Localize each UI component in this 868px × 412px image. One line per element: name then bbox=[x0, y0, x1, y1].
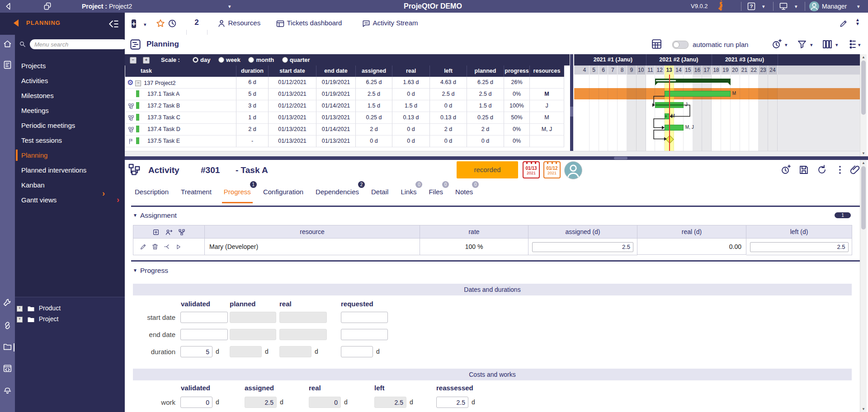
add-item-caret-icon[interactable]: ▾ bbox=[144, 22, 146, 27]
column-header[interactable]: real bbox=[392, 66, 430, 77]
scale-radio-option[interactable]: month bbox=[248, 56, 274, 63]
report-icon[interactable] bbox=[3, 60, 12, 70]
start-validated-input[interactable] bbox=[180, 312, 228, 323]
gantt-day-cell[interactable]: 10 bbox=[637, 66, 646, 75]
gantt-day-cell[interactable]: 6 bbox=[599, 66, 609, 75]
play-icon[interactable] bbox=[175, 243, 182, 250]
tools-wrench-icon[interactable] bbox=[3, 298, 12, 308]
help-icon[interactable]: ? bbox=[747, 2, 756, 11]
sidebar-menu-item[interactable]: Projects bbox=[15, 58, 125, 73]
page-vertical-scrollbar[interactable]: ▲▼ bbox=[860, 160, 867, 412]
activity-tab[interactable]: Configuration bbox=[263, 183, 303, 201]
work-validated-input[interactable] bbox=[180, 397, 212, 408]
responsible-avatar[interactable] bbox=[564, 161, 582, 179]
add-resource-icon[interactable] bbox=[165, 229, 173, 236]
activity-stream-button[interactable]: Activity Stream bbox=[362, 19, 418, 28]
scale-radio-option[interactable]: quarter bbox=[282, 56, 310, 63]
kebab-caret-icon[interactable]: ▾ bbox=[858, 42, 861, 47]
gantt-day-cell[interactable]: 12 bbox=[655, 66, 665, 75]
panel-splitter[interactable] bbox=[125, 156, 868, 160]
task-cell[interactable]: ⚙−137 Project2 bbox=[125, 77, 236, 89]
delete-trash-icon[interactable] bbox=[151, 243, 159, 250]
task-cell[interactable]: 137.3 Task C bbox=[125, 112, 236, 124]
assignment-column-header[interactable]: rate bbox=[420, 225, 528, 239]
activity-tab[interactable]: Links 0 bbox=[401, 183, 416, 201]
gantt-day-cell[interactable]: 14 bbox=[674, 66, 684, 75]
assignment-section-header[interactable]: ▼Assignment bbox=[133, 211, 177, 220]
filter-funnel-icon[interactable] bbox=[797, 39, 807, 50]
column-header[interactable]: progress bbox=[504, 66, 530, 77]
activity-tab[interactable]: Notes 0 bbox=[455, 183, 473, 201]
gantt-day-cell[interactable]: 7 bbox=[608, 66, 618, 75]
favorites-star-icon[interactable] bbox=[156, 19, 165, 28]
activity-tab[interactable]: Detail bbox=[371, 183, 388, 201]
milestone-cell[interactable]: 137.5 Task E bbox=[125, 136, 236, 147]
gantt-day-cell[interactable]: 5 bbox=[590, 66, 599, 75]
planning-clock-caret-icon[interactable]: ▾ bbox=[785, 42, 788, 47]
run-plan-grid-icon[interactable] bbox=[651, 38, 662, 50]
filter-caret-icon[interactable]: ▾ bbox=[810, 42, 813, 47]
splitter-grip-icon[interactable] bbox=[614, 157, 627, 159]
add-assignment-icon[interactable] bbox=[152, 229, 160, 236]
zoom-out-icon[interactable]: − bbox=[130, 57, 137, 64]
collapse-left-icon[interactable] bbox=[14, 19, 19, 27]
history-clock-icon[interactable] bbox=[167, 19, 177, 28]
collapse-minus-icon[interactable]: − bbox=[135, 80, 141, 86]
column-header[interactable]: end date bbox=[316, 66, 356, 77]
sidebar-menu-item[interactable]: Gantt views › bbox=[15, 192, 125, 207]
gantt-day-cell[interactable]: 9 bbox=[627, 66, 637, 75]
gantt-day-cell[interactable]: 11 bbox=[646, 66, 656, 75]
gantt-day-cell[interactable]: 15 bbox=[684, 66, 693, 75]
windows-icon[interactable] bbox=[43, 2, 52, 11]
tickets-dashboard-button[interactable]: Tickets dashboard bbox=[276, 19, 342, 28]
more-options-kebab-icon[interactable] bbox=[846, 39, 857, 50]
column-header[interactable]: planned bbox=[467, 66, 504, 77]
activity-tab[interactable]: Dependencies 2 bbox=[316, 183, 359, 201]
progress-section-header[interactable]: ▼Progress bbox=[133, 267, 168, 275]
expand-plus-icon[interactable]: + bbox=[17, 317, 23, 323]
project-caret-icon[interactable]: ▾ bbox=[228, 4, 231, 9]
gantt-day-cell[interactable]: 16 bbox=[693, 66, 703, 75]
alerts-bell-icon[interactable] bbox=[3, 385, 12, 394]
assignment-column-header[interactable]: assigned (d) bbox=[528, 225, 637, 239]
start-requested-input[interactable] bbox=[341, 312, 388, 323]
sidebar-menu-item[interactable]: Activities bbox=[15, 73, 125, 88]
open-items-count[interactable]: 2 bbox=[192, 18, 202, 27]
sort-arrows-icon[interactable]: ▲▼ bbox=[855, 18, 860, 26]
work-reassessed-input[interactable] bbox=[436, 397, 468, 408]
scroll-up-icon[interactable]: ▲ bbox=[862, 161, 865, 165]
gantt-day-cell[interactable]: 22 bbox=[749, 66, 759, 75]
add-item-button[interactable]: + bbox=[132, 19, 136, 28]
duration-validated-input[interactable] bbox=[180, 346, 212, 357]
assignment-column-header[interactable]: resource bbox=[205, 225, 420, 239]
sidebar-menu-item[interactable]: Periodic meetings bbox=[15, 118, 125, 133]
scale-radio-option[interactable]: day bbox=[193, 56, 210, 63]
menu-search-input[interactable] bbox=[30, 39, 127, 49]
status-badge[interactable]: recorded bbox=[457, 161, 518, 178]
tree-item[interactable]: + Product bbox=[15, 303, 125, 314]
org-assign-icon[interactable] bbox=[178, 229, 185, 236]
refresh-icon[interactable] bbox=[816, 164, 827, 175]
sidebar-menu-item[interactable]: Kanban bbox=[15, 178, 125, 192]
end-requested-input[interactable] bbox=[341, 329, 388, 340]
links-chain-icon[interactable] bbox=[3, 321, 12, 330]
end-validated-input[interactable] bbox=[180, 329, 228, 340]
sidebar-menu-item[interactable]: Meetings bbox=[15, 103, 125, 118]
column-header[interactable]: task bbox=[125, 66, 236, 77]
sidebar-menu-item[interactable]: Planning bbox=[15, 148, 125, 163]
columns-caret-icon[interactable]: ▾ bbox=[835, 42, 838, 47]
edit-pencil-icon[interactable] bbox=[140, 243, 147, 250]
resources-button[interactable]: Resources bbox=[217, 19, 260, 28]
left-input[interactable] bbox=[750, 242, 849, 252]
column-header[interactable]: assigned bbox=[356, 66, 392, 77]
columns-icon[interactable] bbox=[822, 39, 833, 50]
gantt-day-cell[interactable]: 4 bbox=[580, 66, 590, 75]
expand-plus-icon[interactable]: + bbox=[17, 306, 23, 312]
column-header[interactable]: start date bbox=[269, 66, 316, 77]
attachment-paperclip-icon[interactable] bbox=[849, 164, 861, 175]
save-icon[interactable] bbox=[798, 164, 809, 175]
gantt-day-cell[interactable]: 20 bbox=[731, 66, 740, 75]
activity-tab[interactable]: Progress 1 bbox=[224, 183, 251, 201]
sidebar-menu-item[interactable]: Test sessions bbox=[15, 133, 125, 148]
splitter-grip[interactable] bbox=[570, 107, 573, 117]
